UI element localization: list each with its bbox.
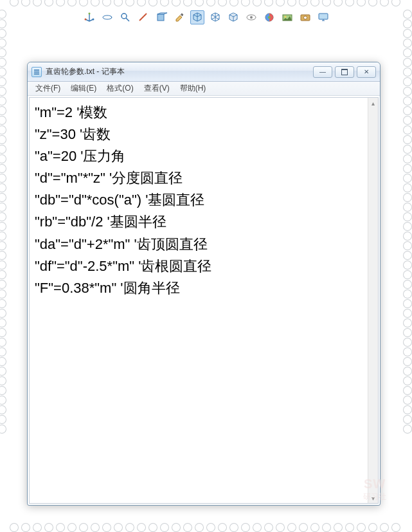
menu-item-4[interactable]: 帮助(H) [175, 82, 211, 95]
window-controls: — ✕ [313, 66, 376, 78]
svg-point-4 [121, 14, 127, 19]
cube-icon[interactable] [190, 10, 204, 24]
menubar: 文件(F)编辑(E)格式(O)查看(V)帮助(H) [28, 82, 380, 96]
menu-item-0[interactable]: 文件(F) [30, 82, 66, 95]
paint-icon[interactable] [172, 10, 186, 24]
display-icon[interactable] [316, 10, 330, 24]
appearance-icon[interactable] [262, 10, 276, 24]
top-toolbar [0, 8, 412, 27]
section-icon[interactable] [154, 10, 168, 24]
titlebar[interactable]: 直齿轮参数.txt - 记事本 — ✕ [28, 62, 380, 82]
cube-hidden-icon[interactable] [226, 10, 240, 24]
svg-rect-5 [157, 14, 164, 21]
maximize-button[interactable] [335, 66, 354, 78]
scene-icon[interactable] [280, 10, 294, 24]
menu-item-1[interactable]: 编辑(E) [66, 82, 102, 95]
zoom-icon[interactable] [118, 10, 132, 24]
svg-point-13 [303, 16, 307, 19]
svg-point-1 [84, 19, 86, 21]
svg-rect-14 [319, 14, 328, 19]
text-editor[interactable]: "m"=2 '模数 "z"=30 '齿数 "a"=20 '压力角 "d"="m"… [29, 97, 379, 504]
menu-item-3[interactable]: 查看(V) [139, 82, 175, 95]
notepad-window: 直齿轮参数.txt - 记事本 — ✕ 文件(F)编辑(E)格式(O)查看(V)… [27, 62, 381, 506]
rotate-view-icon[interactable] [100, 10, 114, 24]
window-title: 直齿轮参数.txt - 记事本 [46, 66, 313, 77]
svg-point-3 [103, 15, 112, 19]
scroll-down-arrow[interactable]: ▾ [368, 493, 378, 503]
svg-point-11 [284, 16, 286, 18]
svg-point-7 [250, 16, 253, 19]
scroll-up-arrow[interactable]: ▴ [368, 98, 378, 108]
vertical-scrollbar[interactable]: ▴ ▾ [368, 98, 378, 503]
view-icon[interactable] [244, 10, 258, 24]
capture-icon[interactable] [298, 10, 312, 24]
editor-area: "m"=2 '模数 "z"=30 '齿数 "a"=20 '压力角 "d"="m"… [28, 96, 380, 505]
cube-wire-icon[interactable] [208, 10, 222, 24]
notepad-icon [31, 67, 42, 77]
menu-item-2[interactable]: 格式(O) [102, 82, 138, 95]
minimize-button[interactable]: — [313, 66, 332, 78]
axis-icon[interactable] [82, 10, 96, 24]
svg-point-0 [88, 13, 90, 15]
measure-icon[interactable] [136, 10, 150, 24]
close-button[interactable]: ✕ [357, 66, 376, 78]
svg-point-9 [268, 16, 271, 19]
svg-point-2 [92, 19, 94, 21]
